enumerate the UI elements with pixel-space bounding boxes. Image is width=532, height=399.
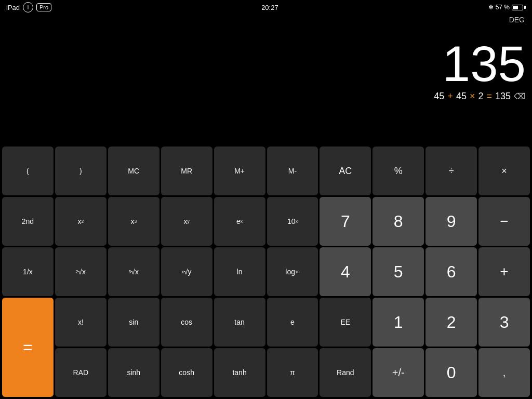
- ex-button[interactable]: ex: [214, 197, 265, 246]
- mplus-button[interactable]: M+: [214, 147, 265, 195]
- device-label: iPad: [6, 4, 20, 11]
- eq-n3: 2: [478, 91, 483, 102]
- sinh-button[interactable]: sinh: [108, 348, 159, 397]
- sin-button[interactable]: sin: [108, 298, 159, 347]
- ln-button[interactable]: ln: [214, 247, 265, 296]
- 5-button[interactable]: 5: [373, 247, 424, 296]
- 2nd-button[interactable]: 2nd: [2, 197, 54, 246]
- 6-button[interactable]: 6: [425, 247, 477, 296]
- bluetooth-icon: ✻: [488, 4, 494, 11]
- log10-button[interactable]: log10: [267, 247, 318, 296]
- 7-button[interactable]: 7: [320, 197, 371, 246]
- e-button[interactable]: e: [267, 298, 318, 347]
- 0-button[interactable]: 0: [425, 348, 477, 397]
- paren-open-button[interactable]: (: [2, 147, 54, 195]
- main-display: 135: [443, 39, 526, 89]
- plus-button[interactable]: +: [478, 247, 530, 296]
- eq-n2: 45: [456, 91, 467, 102]
- factorial-button[interactable]: x!: [55, 298, 107, 347]
- display-area: 135 45 + 45 × 2 = 135 ⌫: [0, 15, 532, 108]
- eq-n1: 45: [434, 91, 444, 102]
- sqrt3-button[interactable]: 3√x: [108, 247, 159, 296]
- battery-percent: 57 %: [496, 4, 510, 11]
- tanh-button[interactable]: tanh: [214, 348, 265, 397]
- x2-button[interactable]: x2: [55, 197, 107, 246]
- 4-button[interactable]: 4: [320, 247, 371, 296]
- 1-button[interactable]: 1: [373, 298, 424, 347]
- status-bar: iPad i Pro 20:27 ✻ 57 %: [0, 0, 532, 15]
- tan-button[interactable]: tan: [214, 298, 265, 347]
- equals-button[interactable]: =: [2, 298, 54, 397]
- eq-result: 135: [495, 91, 511, 102]
- eq-op2: ×: [470, 91, 475, 102]
- pro-button[interactable]: Pro: [36, 3, 51, 11]
- 3-button[interactable]: 3: [478, 298, 530, 347]
- status-right: ✻ 57 %: [488, 4, 526, 11]
- battery-icon: [512, 5, 526, 10]
- cosh-button[interactable]: cosh: [161, 348, 212, 397]
- 9-button[interactable]: 9: [425, 197, 477, 246]
- sqrt2-button[interactable]: 2√x: [55, 247, 107, 296]
- 2-button[interactable]: 2: [425, 298, 477, 347]
- paren-close-button[interactable]: ): [55, 147, 107, 195]
- cos-button[interactable]: cos: [161, 298, 212, 347]
- deg-label: DEG: [509, 16, 525, 24]
- pi-button[interactable]: π: [267, 348, 318, 397]
- 10x-button[interactable]: 10x: [267, 197, 318, 246]
- mc-button[interactable]: MC: [108, 147, 159, 195]
- mr-button[interactable]: MR: [161, 147, 212, 195]
- multiply-button[interactable]: ×: [478, 147, 530, 195]
- xy-button[interactable]: xy: [161, 197, 212, 246]
- divide-button[interactable]: ÷: [425, 147, 477, 195]
- 1x-button[interactable]: 1/x: [2, 247, 54, 296]
- rad-button[interactable]: RAD: [55, 348, 107, 397]
- ac-button[interactable]: AC: [320, 147, 371, 195]
- eq-equals: =: [486, 91, 492, 102]
- x3-button[interactable]: x3: [108, 197, 159, 246]
- comma-button[interactable]: ,: [478, 348, 530, 397]
- backspace-button[interactable]: ⌫: [514, 91, 526, 101]
- 8-button[interactable]: 8: [373, 197, 424, 246]
- info-button[interactable]: i: [23, 2, 33, 12]
- calculator-grid: ( ) MC MR M+ M- AC % ÷ × 2nd x2 x3 xy ex…: [0, 144, 532, 399]
- equation-line: 45 + 45 × 2 = 135 ⌫: [434, 91, 526, 102]
- status-time: 20:27: [261, 4, 278, 11]
- eq-op1: +: [447, 91, 453, 102]
- minus-button[interactable]: −: [478, 197, 530, 246]
- sqrty-button[interactable]: x√y: [161, 247, 212, 296]
- percent-button[interactable]: %: [373, 147, 424, 195]
- status-left: iPad i Pro: [6, 2, 51, 12]
- rand-button[interactable]: Rand: [320, 348, 371, 397]
- plusminus-button[interactable]: +/-: [373, 348, 424, 397]
- ee-button[interactable]: EE: [320, 298, 371, 347]
- mminus-button[interactable]: M-: [267, 147, 318, 195]
